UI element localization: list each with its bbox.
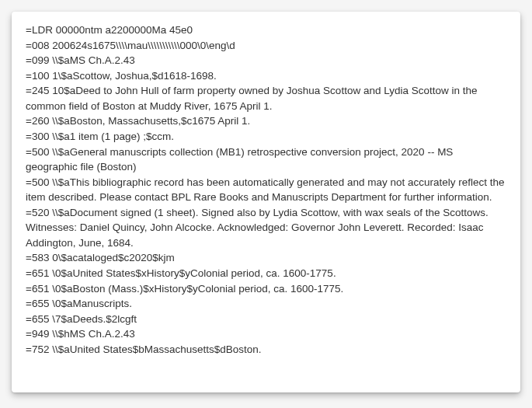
marc-field-line: =LDR 00000ntm a2200000Ma 45e0 (26, 23, 506, 38)
marc-field-line: =260 \\$aBoston, Massachusetts,$c1675 Ap… (26, 113, 506, 129)
marc-field-line: =245 10$aDeed to John Hull of farm prope… (26, 83, 506, 113)
marc-field-line: =655 \7$aDeeds.$2lcgft (26, 312, 506, 327)
marc-field-line: =949 \\$hMS Ch.A.2.43 (26, 326, 506, 342)
marc-field-line: =008 200624s1675\\\\mau\\\\\\\\\\\000\0\… (26, 38, 506, 54)
marc-field-line: =100 1\$aScottow, Joshua,$d1618-1698. (26, 68, 506, 84)
marc-field-line: =520 \\$aDocument signed (1 sheet). Sign… (26, 205, 506, 251)
marc-record-card: =LDR 00000ntm a2200000Ma 45e0=008 200624… (12, 12, 520, 392)
marc-field-line: =300 \\$a1 item (1 page) ;$ccm. (26, 129, 506, 145)
marc-field-line: =752 \\$aUnited States$bMassachusetts$dB… (26, 342, 506, 357)
marc-field-line: =500 \\$aThis bibliographic record has b… (26, 175, 506, 205)
marc-field-line: =655 \0$aManuscripts. (26, 296, 506, 312)
marc-field-line: =651 \0$aUnited States$xHistory$yColonia… (26, 266, 506, 281)
marc-field-line: =099 \\$aMS Ch.A.2.43 (26, 53, 506, 68)
marc-record-container: =LDR 00000ntm a2200000Ma 45e0=008 200624… (26, 23, 506, 357)
marc-field-line: =500 \\$aGeneral manuscripts collection … (26, 145, 506, 175)
marc-field-line: =583 0\$acataloged$c2020$kjm (26, 250, 506, 266)
marc-field-line: =651 \0$aBoston (Mass.)$xHistory$yColoni… (26, 281, 506, 297)
